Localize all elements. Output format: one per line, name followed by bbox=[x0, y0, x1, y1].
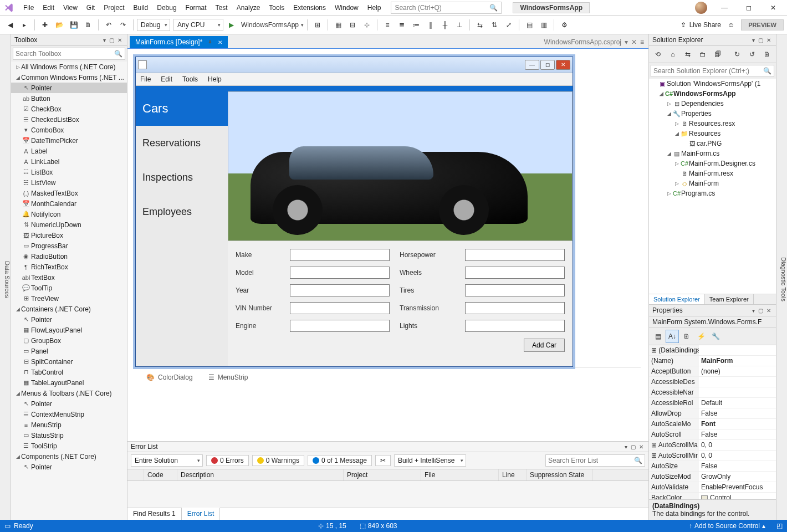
align-icon-2[interactable]: ≣ bbox=[395, 18, 408, 32]
toolbox-item-radiobutton[interactable]: ◉RadioButton bbox=[11, 251, 127, 262]
menu-file[interactable]: File bbox=[19, 2, 38, 14]
property-row[interactable]: (Name)MainForm bbox=[649, 356, 776, 366]
error-list-search[interactable]: 🔍 bbox=[545, 454, 645, 467]
field-input-tires[interactable] bbox=[465, 284, 565, 296]
property-row[interactable]: ⊞ (DataBindings bbox=[649, 345, 776, 356]
menu-window[interactable]: Window bbox=[330, 2, 363, 14]
property-row[interactable]: ⊞ AutoScrollMir0, 0 bbox=[649, 451, 776, 461]
error-col[interactable]: Project bbox=[344, 469, 421, 480]
error-col[interactable]: Code bbox=[144, 469, 177, 480]
solution-node[interactable]: ▷C#Program.cs bbox=[649, 188, 776, 198]
solution-node[interactable]: ◢🔧Properties bbox=[649, 109, 776, 119]
messages-pill[interactable]: 0 of 1 Message bbox=[308, 455, 372, 466]
spacing-icon-3[interactable]: ⤢ bbox=[502, 18, 515, 32]
property-row[interactable]: AutoValidateEnablePreventFocus bbox=[649, 482, 776, 493]
error-col[interactable]: File bbox=[421, 469, 499, 480]
field-input-horsepower[interactable] bbox=[465, 249, 565, 261]
sol-back-icon[interactable]: ⌂ bbox=[666, 48, 679, 61]
menu-tools[interactable]: Tools bbox=[264, 2, 289, 14]
user-avatar[interactable] bbox=[695, 2, 707, 14]
undo-icon[interactable]: ↶ bbox=[102, 18, 115, 32]
field-input-lights[interactable] bbox=[465, 320, 565, 332]
toolbox-item-notifyicon[interactable]: 🔔NotifyIcon bbox=[11, 209, 127, 219]
pin-icon[interactable]: ▢ bbox=[758, 308, 763, 314]
notifications-icon[interactable]: ◰ bbox=[776, 522, 783, 530]
dropdown-icon[interactable]: ▾ bbox=[103, 37, 106, 43]
tool-icon-4[interactable]: ⊹ bbox=[360, 18, 374, 32]
toolbox-item-listbox[interactable]: ☷ListBox bbox=[11, 167, 127, 177]
properties-object[interactable]: MainForm System.Windows.Forms.F bbox=[649, 316, 776, 328]
property-row[interactable]: AccessibleDes bbox=[649, 377, 776, 387]
align-icon-4[interactable]: ‖ bbox=[424, 18, 437, 32]
error-search-input[interactable] bbox=[548, 455, 634, 466]
prop-pages-icon[interactable]: 🗎 bbox=[680, 330, 693, 343]
save-all-icon[interactable]: 🗎 bbox=[81, 18, 95, 32]
menu-format[interactable]: Format bbox=[181, 2, 211, 14]
tool-icon-3[interactable]: ⊟ bbox=[346, 18, 359, 32]
align-icon-1[interactable]: ≡ bbox=[381, 18, 394, 32]
toolbox-item-tooltip[interactable]: 💬ToolTip bbox=[11, 283, 127, 293]
sol-showall-icon[interactable]: 🗐 bbox=[711, 48, 724, 61]
toolbox-item-pointer[interactable]: ↖Pointer bbox=[11, 314, 127, 325]
toolbox-item-flowlayoutpanel[interactable]: ▦FlowLayoutPanel bbox=[11, 325, 127, 335]
prop-categorized-icon[interactable]: ▤ bbox=[651, 330, 665, 343]
solution-node[interactable]: 🗎MainForm.resx bbox=[649, 168, 776, 178]
menu-view[interactable]: View bbox=[59, 2, 82, 14]
toolbox-item-datetimepicker[interactable]: 📅DateTimePicker bbox=[11, 135, 127, 146]
data-sources-side-tab[interactable]: Data Sources bbox=[0, 34, 11, 520]
tab-error-list[interactable]: Error List bbox=[182, 508, 221, 520]
nav-employees[interactable]: Employees bbox=[136, 195, 228, 229]
dropdown-icon[interactable]: ▾ bbox=[625, 444, 627, 450]
nav-back-icon[interactable]: ◀ bbox=[3, 18, 17, 32]
error-col[interactable]: Description bbox=[177, 469, 344, 480]
start-debug-icon[interactable]: ▶ bbox=[224, 18, 238, 32]
toolbox-search[interactable]: 🔍 bbox=[13, 48, 125, 60]
platform-combo[interactable]: Any CPU bbox=[173, 19, 223, 31]
sol-prop-icon[interactable]: ↺ bbox=[745, 48, 759, 61]
dropdown-icon[interactable]: ▾ bbox=[752, 37, 755, 43]
pin-icon[interactable]: ▢ bbox=[758, 37, 763, 43]
warnings-pill[interactable]: 0 Warnings bbox=[252, 455, 304, 466]
error-col[interactable]: Line bbox=[499, 469, 527, 480]
build-filter-combo[interactable]: Build + IntelliSense bbox=[394, 454, 466, 467]
live-share-icon[interactable]: ⇪ bbox=[681, 21, 686, 29]
order-icon-1[interactable]: ▤ bbox=[523, 18, 536, 32]
menu-project[interactable]: Project bbox=[99, 2, 129, 14]
tray-menustrip[interactable]: ☰MenuStrip bbox=[208, 374, 248, 381]
toolbox-item-splitcontainer[interactable]: ⊟SplitContainer bbox=[11, 356, 127, 367]
toolbox-item-progressbar[interactable]: ▭ProgressBar bbox=[11, 241, 127, 251]
align-icon-6[interactable]: ⊥ bbox=[453, 18, 466, 32]
solution-node[interactable]: 🖼car.PNG bbox=[649, 139, 776, 149]
toolbox-item-treeview[interactable]: ⊞TreeView bbox=[11, 293, 127, 304]
error-scope-combo[interactable]: Entire Solution bbox=[131, 454, 203, 467]
solution-node[interactable]: ◢C#WindowsFormsApp bbox=[649, 89, 776, 99]
toolbox-group[interactable]: Menus & Toolbars (.NET Core) bbox=[11, 388, 127, 398]
form-close-button[interactable]: ✕ bbox=[556, 60, 570, 70]
nav-cars[interactable]: Cars bbox=[136, 91, 228, 126]
run-target-label[interactable]: WindowsFormsApp bbox=[241, 21, 299, 29]
config-combo[interactable]: Debug bbox=[137, 19, 170, 31]
solution-tree[interactable]: ▣Solution 'WindowsFormsApp' (1◢C#Windows… bbox=[649, 79, 776, 294]
toolbox-item-linklabel[interactable]: ALinkLabel bbox=[11, 156, 127, 167]
menu-extensions[interactable]: Extensions bbox=[289, 2, 330, 14]
property-row[interactable]: AccessibleNar bbox=[649, 387, 776, 398]
save-icon[interactable]: 💾 bbox=[67, 18, 80, 32]
quick-launch-input[interactable] bbox=[395, 4, 489, 12]
toolbox-item-checkbox[interactable]: ☑CheckBox bbox=[11, 104, 127, 114]
form-menu-file[interactable]: File bbox=[140, 75, 151, 83]
tool-icon-1[interactable]: ⊞ bbox=[311, 18, 324, 32]
solution-node[interactable]: ▷C#MainForm.Designer.cs bbox=[649, 158, 776, 168]
menu-debug[interactable]: Debug bbox=[152, 2, 181, 14]
live-share-label[interactable]: Live Share bbox=[689, 21, 721, 29]
align-icon-5[interactable]: ╫ bbox=[438, 18, 452, 32]
menu-git[interactable]: Git bbox=[82, 2, 99, 14]
close-icon[interactable]: ✕ bbox=[117, 37, 122, 43]
sol-preview-icon[interactable]: 🗎 bbox=[760, 48, 774, 61]
tab-find-results[interactable]: Find Results 1 bbox=[127, 508, 182, 520]
menu-edit[interactable]: Edit bbox=[38, 2, 59, 14]
nav-fwd-icon[interactable]: ▸ bbox=[18, 18, 31, 32]
sol-collapse-icon[interactable]: ↻ bbox=[730, 48, 744, 61]
menu-help[interactable]: Help bbox=[363, 2, 386, 14]
toolbox-item-combobox[interactable]: ▾ComboBox bbox=[11, 125, 127, 135]
align-icon-3[interactable]: ≔ bbox=[410, 18, 423, 32]
